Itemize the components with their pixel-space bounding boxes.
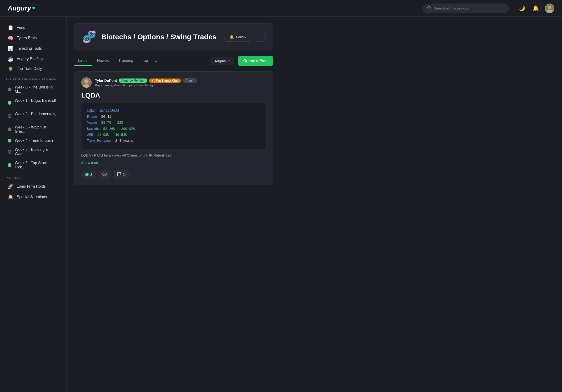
sidebar-item-investing-tools[interactable]: 📊 Investing Tools: [2, 43, 65, 54]
top-ticks-icon: 🟢: [8, 67, 13, 71]
week-5-dot: [8, 150, 12, 154]
notification-button[interactable]: 🔔: [531, 4, 540, 13]
special-situations-label: Special Situations: [17, 195, 47, 199]
long-term-icon: 🚀: [8, 184, 13, 189]
channel-icon: 🧬: [82, 30, 96, 44]
week-0-dot: [8, 88, 12, 91]
code-line-value: Value: $9.76 – $25: [87, 120, 260, 126]
sidebar-item-augury-briefing[interactable]: ☕ Augury Briefing: [2, 54, 65, 64]
svg-point-3: [548, 6, 551, 9]
search-bar[interactable]: [423, 4, 509, 13]
sidebar-item-week-5[interactable]: Week 5 - Building a Watc...: [2, 145, 65, 158]
bell-icon: 🔔: [532, 5, 539, 11]
post-code-block: LQDA: 10/11/2023 Price: $6.41 Value: $9.…: [81, 103, 267, 149]
sidebar-item-special-situations[interactable]: 🕰️ Special Situations: [2, 192, 65, 202]
online-status-dot: [89, 85, 92, 88]
reaction-button[interactable]: 2: [81, 171, 96, 179]
sidebar-item-top-ticks-daily[interactable]: 🟢 Top Ticks Daily: [2, 64, 65, 73]
sidebar-item-label: Feed: [17, 25, 25, 30]
reaction-dot-icon: [85, 173, 89, 176]
emoji-reaction-button[interactable]: [99, 170, 110, 179]
svg-point-6: [84, 79, 89, 83]
show-more-button[interactable]: Show more: [81, 161, 99, 165]
sidebar-item-week-1[interactable]: Week 1 - Edge, Bankroll ...: [2, 96, 65, 109]
investing-tools-icon: 📊: [8, 46, 13, 51]
post-more-button[interactable]: ···: [259, 79, 267, 86]
sidebar-item-week-3[interactable]: Week 3 - Watchlist, Grad...: [2, 123, 65, 136]
tabs-more-button[interactable]: ···: [153, 56, 161, 66]
sidebar-item-feed[interactable]: 📋 Feed: [2, 22, 65, 33]
brain-icon: 🧠: [8, 35, 13, 41]
logo-dot: [32, 7, 35, 9]
week-3-dot: [8, 127, 12, 131]
badge-admin: Admin: [183, 78, 197, 83]
tab-latest[interactable]: Latest: [74, 56, 92, 66]
week-3-label: Week 3 - Watchlist, Grad...: [15, 125, 59, 134]
post-card: Tyler DuPont Augury+ Member 💰 Ten Bagger…: [74, 71, 273, 185]
main-content: 🧬 Biotechs / Options / Swing Trades 🔔 Fo…: [67, 17, 281, 392]
tab-newest[interactable]: Newest: [93, 56, 114, 66]
week-4-dot: [8, 139, 12, 143]
header: Augury 🌙 🔔: [0, 0, 562, 17]
chevron-down-icon: [227, 59, 230, 63]
moon-icon: 🌙: [519, 5, 525, 11]
week-1-label: Week 1 - Edge, Bankroll ...: [15, 99, 59, 107]
augury-filter-label: Augury: [215, 59, 226, 63]
post-subtitle: LQDA - PTAB Invalidates All Claims of UT…: [81, 153, 267, 157]
comment-count: 24: [123, 173, 127, 177]
post-header: Tyler DuPont Augury+ Member 💰 Ten Bagger…: [81, 77, 267, 88]
header-icons: 🌙 🔔: [517, 4, 554, 13]
sidebar: 📋 Feed 🧠 Tylers Brain 📊 Investing Tools …: [0, 17, 67, 392]
search-input[interactable]: [434, 6, 505, 10]
feed-icon: 📋: [8, 25, 13, 31]
layout: 📋 Feed 🧠 Tylers Brain 📊 Investing Tools …: [0, 17, 562, 392]
user-avatar[interactable]: [545, 4, 554, 13]
logo-text: Augury: [8, 4, 31, 12]
search-icon: [427, 6, 431, 11]
investing-section-label: INVESTING: [0, 172, 66, 181]
tab-trending[interactable]: Trending: [115, 56, 137, 66]
sidebar-item-week-0[interactable]: Week 0 - The Ball is in M...: [2, 83, 65, 96]
emoji-icon: [102, 171, 107, 178]
reaction-count: 2: [90, 173, 92, 177]
program-section-label: THE PROFIT PLAYBOOK PROGRAM: [0, 73, 66, 83]
post-tagline: Buy champs, short chumps! · 3 months ago: [95, 83, 255, 87]
sidebar-item-week-4[interactable]: Week 4 - Time to push: [2, 136, 65, 145]
sidebar-item-label: Tylers Brain: [17, 36, 37, 40]
ellipsis-icon: ···: [259, 34, 262, 39]
augury-filter-select[interactable]: Augury: [211, 57, 234, 65]
post-meta: Tyler DuPont Augury+ Member 💰 Ten Bagger…: [95, 78, 255, 87]
create-post-button[interactable]: Create a Post: [238, 56, 273, 66]
logo[interactable]: Augury: [8, 4, 35, 12]
tabs-bar: Latest Newest Trending Top ··· Augury Cr…: [74, 56, 273, 66]
follow-button[interactable]: 🔔 Follow: [224, 32, 251, 42]
week-5-label: Week 5 - Building a Watc...: [15, 147, 59, 156]
code-line-ticker: LQDA: 10/11/2023: [87, 108, 260, 114]
follow-label: Follow: [236, 35, 246, 39]
week-2-dot: [8, 114, 12, 118]
sidebar-item-label: Investing Tools: [17, 46, 42, 51]
week-1-dot: [8, 101, 12, 105]
sidebar-item-label: Augury Briefing: [17, 57, 43, 61]
week-4-label: Week 4 - Time to push: [15, 138, 53, 143]
sidebar-item-week-2[interactable]: Week 2 - Fundamentals, ...: [2, 109, 65, 123]
dark-mode-button[interactable]: 🌙: [517, 4, 526, 13]
sidebar-item-long-term-holds[interactable]: 🚀 Long-Term Holds: [2, 181, 65, 192]
channel-title: Biotechs / Options / Swing Trades: [101, 33, 220, 41]
svg-point-0: [427, 6, 430, 9]
sidebar-item-tylers-brain[interactable]: 🧠 Tylers Brain: [2, 33, 65, 43]
week-2-label: Week 2 - Fundamentals, ...: [15, 112, 59, 120]
code-line-price: Price: $6.41: [87, 114, 260, 120]
sidebar-item-week-6[interactable]: Week 6 - Top Stock Pick...: [2, 158, 65, 172]
special-situations-icon: 🕰️: [8, 194, 13, 200]
money-bag-icon: 💰: [152, 79, 155, 82]
week-6-label: Week 6 - Top Stock Pick...: [15, 161, 59, 169]
code-line-upside: Upside: 52.26% – 290.02%: [87, 126, 260, 132]
channel-header: 🧬 Biotechs / Options / Swing Trades 🔔 Fo…: [74, 23, 273, 50]
channel-more-button[interactable]: ···: [256, 32, 266, 42]
post-title: LQDA: [81, 91, 267, 99]
svg-line-1: [430, 9, 431, 9]
comment-button[interactable]: 24: [113, 170, 131, 179]
author-name: Tyler DuPont: [95, 78, 117, 83]
tab-top[interactable]: Top: [138, 56, 152, 66]
